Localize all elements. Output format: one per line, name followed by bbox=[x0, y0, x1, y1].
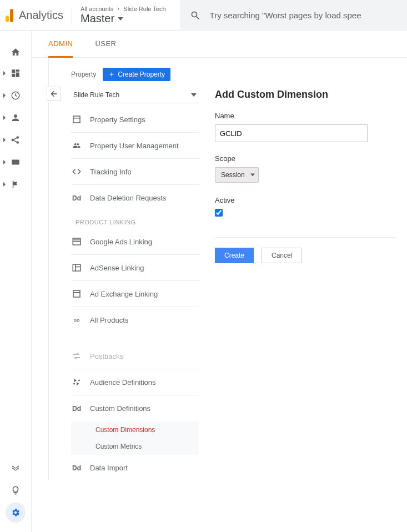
audience-defs-icon bbox=[71, 377, 82, 387]
create-button[interactable]: Create bbox=[215, 248, 254, 263]
nav-tracking-info[interactable]: Tracking Info bbox=[71, 159, 199, 185]
svg-rect-10 bbox=[73, 264, 81, 271]
nav-home[interactable] bbox=[0, 42, 31, 62]
person-icon bbox=[11, 113, 21, 123]
nav-data-import[interactable]: Dd Data Import bbox=[71, 455, 199, 481]
tab-admin[interactable]: ADMIN bbox=[48, 31, 73, 58]
nav-caret-icon bbox=[3, 71, 6, 76]
property-label: Property bbox=[71, 71, 96, 78]
name-input[interactable] bbox=[215, 124, 368, 142]
collapse-handle[interactable] bbox=[47, 87, 61, 101]
create-property-label: Create Property bbox=[118, 71, 165, 78]
svg-point-1 bbox=[12, 139, 13, 141]
breadcrumb-account: Slide Rule Tech bbox=[123, 6, 165, 12]
clock-icon bbox=[11, 91, 21, 101]
nav-adsense-linking[interactable]: AdSense Linking bbox=[71, 255, 199, 281]
svg-point-3 bbox=[17, 142, 18, 143]
nav-custom-definitions[interactable]: Dd Custom Definitions bbox=[71, 395, 199, 421]
item-label: Property Settings bbox=[90, 116, 145, 124]
item-label: Custom Definitions bbox=[90, 404, 150, 413]
breadcrumb-all: All accounts bbox=[81, 6, 113, 12]
nav-data-deletion[interactable]: Dd Data Deletion Requests bbox=[71, 185, 199, 211]
form-divider bbox=[215, 237, 396, 238]
nav-realtime[interactable] bbox=[0, 84, 31, 107]
property-select[interactable]: Slide Rule Tech bbox=[71, 87, 199, 103]
flag-icon bbox=[11, 179, 21, 189]
view-name: Master bbox=[81, 12, 114, 25]
nav-ad-exchange-linking[interactable]: Ad Exchange Linking bbox=[71, 281, 199, 307]
nav-caret-icon bbox=[3, 138, 6, 142]
share-icon bbox=[11, 135, 21, 145]
product-linking-heading: PRODUCT LINKING bbox=[71, 219, 199, 225]
nav-discover[interactable] bbox=[0, 479, 31, 501]
nav-custom-metrics[interactable]: Custom Metrics bbox=[71, 438, 199, 455]
chevron-right-icon bbox=[115, 6, 121, 12]
cancel-button[interactable]: Cancel bbox=[262, 248, 302, 263]
item-label: Tracking Info bbox=[90, 168, 132, 176]
plus-icon bbox=[108, 71, 115, 78]
svg-rect-13 bbox=[73, 290, 80, 297]
dd-icon: Dd bbox=[71, 464, 82, 472]
nav-caret-icon bbox=[3, 116, 6, 120]
ga-logo[interactable]: Analytics bbox=[6, 7, 72, 24]
account-selector[interactable]: All accounts Slide Rule Tech Master bbox=[72, 6, 174, 25]
dropdown-icon bbox=[250, 173, 255, 177]
search-icon bbox=[190, 10, 201, 21]
item-label: Audience Definitions bbox=[90, 378, 156, 387]
active-label: Active bbox=[215, 196, 396, 204]
nav-audience-definitions[interactable]: Audience Definitions bbox=[71, 369, 199, 395]
group-icon bbox=[71, 142, 82, 149]
nav-acquisition[interactable] bbox=[0, 129, 31, 151]
nav-behavior[interactable] bbox=[0, 151, 31, 173]
item-label: Data Import bbox=[90, 464, 128, 472]
nav-property-settings[interactable]: Property Settings bbox=[71, 107, 199, 133]
form-column: Add Custom Dimension Name Scope Session … bbox=[193, 58, 407, 481]
create-property-button[interactable]: Create Property bbox=[103, 68, 170, 81]
google-ads-icon bbox=[71, 237, 82, 247]
scope-select[interactable]: Session bbox=[215, 167, 259, 183]
adsense-icon bbox=[71, 263, 82, 273]
breadcrumb: All accounts Slide Rule Tech bbox=[81, 6, 166, 12]
nav-property-user-mgmt[interactable]: Property User Management bbox=[71, 133, 199, 159]
item-label: AdSense Linking bbox=[90, 264, 144, 272]
form-title: Add Custom Dimension bbox=[215, 89, 396, 101]
nav-conversions[interactable] bbox=[0, 173, 31, 195]
nav-attribution[interactable] bbox=[0, 457, 31, 479]
dd-icon: Dd bbox=[71, 405, 82, 413]
nav-audience[interactable] bbox=[0, 107, 31, 129]
search-bar[interactable]: Try searching "Worst pages by load spee bbox=[180, 0, 407, 31]
link-icon bbox=[71, 317, 82, 324]
search-placeholder: Try searching "Worst pages by load spee bbox=[210, 11, 361, 20]
active-checkbox[interactable] bbox=[215, 209, 223, 217]
property-column: Property Create Property Slide Rule Tech… bbox=[48, 58, 193, 481]
code-icon bbox=[71, 167, 82, 177]
item-label: Property User Management bbox=[90, 142, 179, 150]
property-select-value: Slide Rule Tech bbox=[73, 91, 119, 99]
svg-point-16 bbox=[73, 383, 75, 385]
lightbulb-icon bbox=[11, 485, 21, 495]
nav-postbacks[interactable]: Postbacks bbox=[71, 343, 199, 369]
home-icon bbox=[11, 47, 21, 57]
item-label: All Products bbox=[90, 316, 128, 324]
ad-exchange-icon bbox=[71, 289, 82, 299]
svg-rect-5 bbox=[73, 116, 80, 123]
svg-point-2 bbox=[17, 137, 18, 138]
app-name: Analytics bbox=[19, 9, 63, 22]
scope-select-value: Session bbox=[221, 171, 245, 179]
nav-caret-icon bbox=[3, 93, 6, 98]
item-label: Data Deletion Requests bbox=[90, 194, 166, 202]
caret-down-icon bbox=[118, 16, 123, 22]
scope-label: Scope bbox=[215, 154, 396, 163]
gear-icon bbox=[11, 508, 21, 518]
item-label: Postbacks bbox=[90, 352, 123, 360]
item-label: Google Ads Linking bbox=[90, 238, 152, 246]
nav-custom-dimensions[interactable]: Custom Dimensions bbox=[71, 421, 199, 438]
nav-google-ads-linking[interactable]: Google Ads Linking bbox=[71, 229, 199, 255]
dashboard-icon bbox=[11, 68, 21, 78]
svg-point-15 bbox=[78, 380, 80, 382]
nav-admin[interactable] bbox=[0, 501, 31, 524]
nav-all-products[interactable]: All Products bbox=[71, 307, 199, 333]
tab-user[interactable]: USER bbox=[95, 31, 116, 58]
left-nav bbox=[0, 31, 31, 532]
nav-customization[interactable] bbox=[0, 62, 31, 84]
